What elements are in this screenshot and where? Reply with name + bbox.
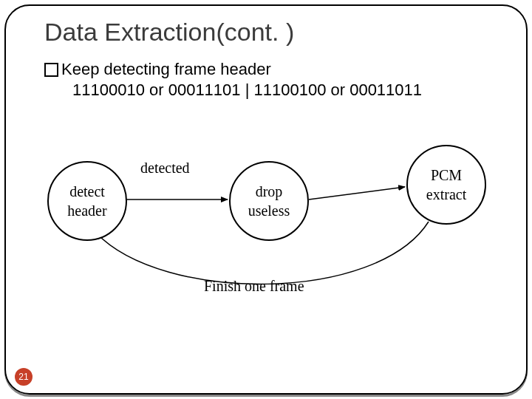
state-drop-line2: useless <box>248 201 290 220</box>
state-drop-line1: drop <box>256 182 283 201</box>
state-detect-header: detect header <box>47 161 127 241</box>
page-number-badge: 21 <box>15 368 33 386</box>
frame-header-codes: 11100010 or 00011101 | 11100100 or 00011… <box>72 81 502 100</box>
state-drop-useless: drop useless <box>229 161 309 241</box>
checkbox-icon <box>44 63 58 77</box>
state-diagram: detect header drop useless PCM extract d… <box>30 148 502 318</box>
state-pcm-extract: PCM extract <box>406 145 486 225</box>
edge-label-finish: Finish one frame <box>204 278 304 295</box>
slide-title: Data Extraction(cont. ) <box>44 18 502 47</box>
state-detect-line2: header <box>67 201 106 220</box>
edge-label-detected: detected <box>140 160 190 177</box>
state-extract-line1: PCM <box>431 166 462 185</box>
slide-content: Data Extraction(cont. ) Keep detecting f… <box>44 18 502 100</box>
state-detect-line1: detect <box>69 182 105 201</box>
bullet-row: Keep detecting frame header <box>44 60 502 79</box>
state-extract-line2: extract <box>426 185 466 204</box>
svg-line-1 <box>309 187 405 200</box>
bullet-text: Keep detecting frame header <box>61 60 271 79</box>
